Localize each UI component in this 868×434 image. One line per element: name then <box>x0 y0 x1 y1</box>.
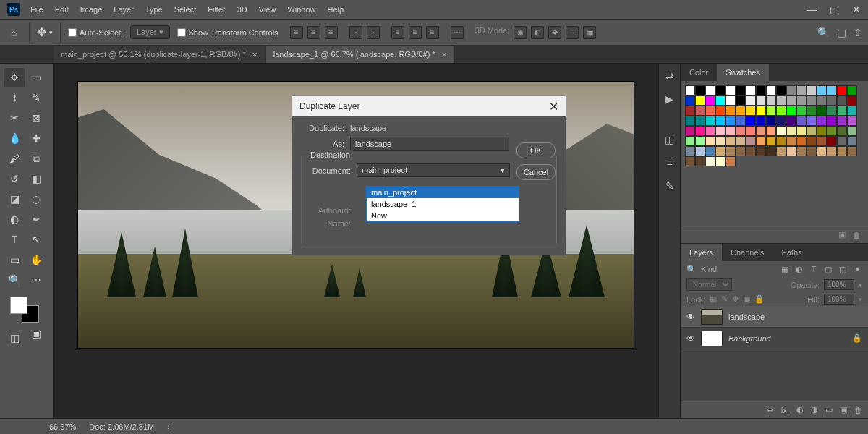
swatch[interactable] <box>776 106 786 116</box>
share-icon[interactable]: ⇪ <box>854 27 862 38</box>
zoom-value[interactable]: 66.67% <box>49 422 76 431</box>
swatch[interactable] <box>685 126 695 136</box>
swatch[interactable] <box>827 116 837 126</box>
chevron-down-icon[interactable]: ▾ <box>49 29 53 36</box>
show-transform-checkbox[interactable]: Show Transform Controls <box>177 28 278 37</box>
swatch[interactable] <box>766 126 776 136</box>
swatch[interactable] <box>776 126 786 136</box>
swatch[interactable] <box>726 136 736 146</box>
swatch[interactable] <box>756 95 766 106</box>
swatch[interactable] <box>705 116 715 126</box>
swatch[interactable] <box>817 95 827 106</box>
swatch[interactable] <box>726 85 736 95</box>
swatch[interactable] <box>715 95 726 106</box>
swatch[interactable] <box>766 95 776 106</box>
swatch[interactable] <box>705 156 715 166</box>
blur-tool[interactable]: ◌ <box>26 190 46 208</box>
delete-swatch-icon[interactable]: 🗑 <box>853 231 861 239</box>
fill-input[interactable] <box>824 294 854 305</box>
close-tab-icon[interactable]: ✕ <box>252 51 258 59</box>
swatch[interactable] <box>685 85 695 95</box>
filter-pixel-icon[interactable]: ▦ <box>780 264 790 274</box>
swatch[interactable] <box>796 116 807 126</box>
swatch[interactable] <box>685 116 695 126</box>
swatch[interactable] <box>726 126 736 136</box>
doc-size-value[interactable]: Doc: 2.06M/2.81M <box>89 422 154 431</box>
tab-paths[interactable]: Paths <box>773 244 811 261</box>
eyedropper-tool[interactable]: 💧 <box>4 129 25 148</box>
swatch[interactable] <box>827 136 837 146</box>
swatch[interactable] <box>726 146 736 156</box>
swatch[interactable] <box>817 116 827 126</box>
color-picker[interactable] <box>10 297 39 323</box>
crop-tool[interactable]: ✂ <box>4 109 25 127</box>
auto-select-target-dropdown[interactable]: Layer ▾ <box>130 25 170 39</box>
swatch[interactable] <box>847 116 857 126</box>
swatch[interactable] <box>847 85 857 95</box>
swatch[interactable] <box>715 106 726 116</box>
swatch[interactable] <box>715 156 726 166</box>
menu-edit[interactable]: Edit <box>55 5 69 14</box>
menu-image[interactable]: Image <box>80 5 103 14</box>
pan-icon[interactable]: ✥ <box>548 26 561 39</box>
swatch[interactable] <box>766 106 776 116</box>
swatch[interactable] <box>817 126 827 136</box>
swatch[interactable] <box>736 146 746 156</box>
tab-swatches[interactable]: Swatches <box>717 64 769 81</box>
swatch[interactable] <box>746 126 756 136</box>
swatch[interactable] <box>786 146 796 156</box>
menu-3d[interactable]: 3D <box>237 5 247 14</box>
swatch[interactable] <box>695 156 705 166</box>
swatch[interactable] <box>685 136 695 146</box>
swatch[interactable] <box>705 85 715 95</box>
swatch[interactable] <box>746 106 756 116</box>
swatch[interactable] <box>776 85 786 95</box>
minimize-icon[interactable]: — <box>807 4 817 15</box>
layer-fx-icon[interactable]: fx. <box>780 406 789 414</box>
move-tool[interactable]: ✥ <box>4 68 25 87</box>
menu-filter[interactable]: Filter <box>208 5 225 14</box>
swatch[interactable] <box>837 136 847 146</box>
swatch[interactable] <box>746 85 756 95</box>
swatch[interactable] <box>766 85 776 95</box>
tab-color[interactable]: Color <box>681 64 717 81</box>
shape-tool[interactable]: ▭ <box>4 250 25 269</box>
swatch[interactable] <box>827 146 837 156</box>
swatch[interactable] <box>746 95 756 106</box>
tab-channels[interactable]: Channels <box>722 244 773 261</box>
zoom-tool[interactable]: 🔍 <box>4 271 25 289</box>
swatch[interactable] <box>817 106 827 116</box>
home-icon[interactable]: ⌂ <box>6 25 22 41</box>
swatch[interactable] <box>736 85 746 95</box>
swatch[interactable] <box>685 106 695 116</box>
swatch[interactable] <box>837 95 847 106</box>
lock-artboard-icon[interactable]: ▣ <box>743 294 750 304</box>
align-left-icon[interactable]: ≡ <box>290 26 303 39</box>
align-bottom-icon[interactable]: ≡ <box>426 26 439 39</box>
healing-tool[interactable]: ✚ <box>26 129 46 148</box>
roll-icon[interactable]: ◐ <box>531 26 544 39</box>
swatch[interactable] <box>766 146 776 156</box>
path-select-tool[interactable]: ↖ <box>26 230 46 249</box>
document-tab[interactable]: landscape_1 @ 66.7% (landscape, RGB/8#) … <box>266 46 454 63</box>
swatch[interactable] <box>736 106 746 116</box>
menu-layer[interactable]: Layer <box>114 5 134 14</box>
swatch[interactable] <box>695 85 705 95</box>
hand-tool[interactable]: ✋ <box>26 250 46 269</box>
swatch[interactable] <box>827 126 837 136</box>
swatch[interactable] <box>807 85 817 95</box>
swatch[interactable] <box>746 146 756 156</box>
styles-panel-icon[interactable]: ✎ <box>663 179 676 192</box>
maximize-icon[interactable]: ▢ <box>830 4 839 15</box>
lock-paint-icon[interactable]: ✎ <box>721 294 728 304</box>
swatch[interactable] <box>776 95 786 106</box>
swatch[interactable] <box>807 136 817 146</box>
swatch[interactable] <box>756 136 766 146</box>
filter-type-icon[interactable]: T <box>809 264 819 274</box>
swatch[interactable] <box>837 106 847 116</box>
foreground-color-swatch[interactable] <box>10 297 27 314</box>
search-icon[interactable]: 🔍 <box>686 265 697 274</box>
as-input[interactable] <box>350 137 509 151</box>
edit-toolbar[interactable]: ⋯ <box>26 271 46 289</box>
swatch[interactable] <box>837 116 847 126</box>
